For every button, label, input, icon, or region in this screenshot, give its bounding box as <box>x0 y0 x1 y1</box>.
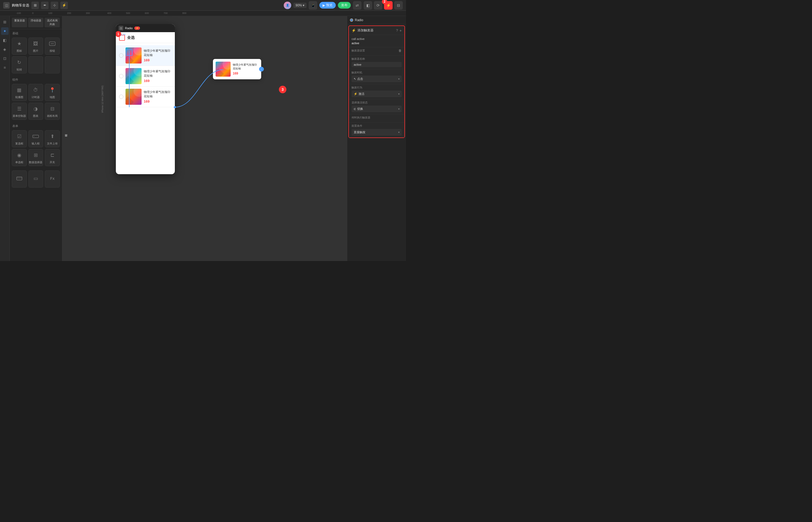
comp-checkbox[interactable]: ☑ 复选框 <box>12 130 27 147</box>
comp-input[interactable]: 输入框 <box>28 130 43 147</box>
flow-layout[interactable]: 流式布局列表 <box>44 18 60 27</box>
comp-upload[interactable]: ⬆ 文件上传 <box>45 130 60 147</box>
trigger-behavior-label: 触发行为 <box>352 86 402 89</box>
delete-trigger-icon[interactable]: 🗑 <box>399 49 402 53</box>
event-tag-call-active[interactable]: call active <box>352 37 402 41</box>
phone-frame: ◫ Radio ⚡ 1 24 x 24 全选 <box>116 24 175 174</box>
input-icon <box>32 132 40 141</box>
icon-components[interactable]: ✦ <box>1 27 8 35</box>
help-icon[interactable]: ? <box>396 29 398 33</box>
comp-menu-ctrl[interactable]: ☰ 菜单控制器 <box>12 103 27 120</box>
side-card-content: 物理少年雾气玫瑰印花短袖 169 <box>216 62 258 77</box>
topbar-right: 👤 90% ▾ 📱 ▶ 预览 发布 ⇄ ◧ ⟳ 2 ⚡ ⊟ <box>284 1 403 9</box>
comp-image[interactable]: 🖼 图片 <box>28 38 43 55</box>
trigger-header-right: ? + <box>396 28 402 33</box>
precondition-select[interactable]: 直接触发 ▾ <box>352 129 402 136</box>
radio-indicator <box>350 19 353 22</box>
trigger-behavior-select[interactable]: ⚡ 激活 ▾ <box>352 91 402 97</box>
topbar-left: ◫ 购物车全选 ⊞ ✒ ⊹ ⚡ <box>3 2 281 9</box>
trigger-name-label: 触发器名称 <box>352 57 402 61</box>
phone-label: iPhone 12 Mini (360*780) <box>101 85 104 113</box>
tool-bolt[interactable]: ⚡ <box>60 2 68 9</box>
precondition-chevron: ▾ <box>398 131 400 134</box>
when-execute-section: 何时执行触发器 <box>349 114 404 122</box>
checkbox-icon: ☑ <box>15 132 24 141</box>
repeat-container[interactable]: 重复容器 <box>12 18 27 27</box>
button-icon <box>48 39 57 48</box>
layout-icon[interactable]: ◫ <box>3 2 9 8</box>
activate-state-select[interactable]: ⊏ 切换 ▾ <box>352 105 402 112</box>
product-checkbox-3[interactable] <box>119 95 123 99</box>
side-card-name: 物理少年雾气玫瑰印花短袖 <box>233 63 258 71</box>
trigger-panel: ⚡ 添加触发器 ? + call active active 触发器设置 🗑 <box>348 25 405 138</box>
trigger-bolt-icon: ⚡ <box>352 28 356 33</box>
comp-switch[interactable]: ⊏ 开关 <box>45 149 60 166</box>
avatar: 👤 <box>284 2 291 9</box>
behavior-chevron: ▾ <box>398 93 400 95</box>
component-panel: 重复容器 浮动容器 流式布局列表 基础 ★ 图标 🖼 图片 按钮 ↻ 轮转 <box>9 16 62 261</box>
panel-center-icon[interactable]: ⟳ <box>374 1 382 9</box>
event-tag-active[interactable]: active <box>352 41 402 45</box>
radio-label: Radio <box>355 18 363 22</box>
comp-icon[interactable]: ★ 图标 <box>12 38 27 55</box>
rotate-icon: ↻ <box>15 58 24 67</box>
add-trigger-icon[interactable]: + <box>400 28 402 33</box>
precondition-select-label: 直接触发 <box>354 130 366 134</box>
icon-layers[interactable]: ⊞ <box>1 18 8 26</box>
tool-pen[interactable]: ✒ <box>41 2 49 9</box>
float-container[interactable]: 浮动容器 <box>28 18 43 27</box>
comp-empty1[interactable] <box>28 56 43 74</box>
tool-grid[interactable]: ⊞ <box>32 2 39 9</box>
product-item-3[interactable]: 物理少年雾气玫瑰印花短袖 169 <box>116 86 175 107</box>
trigger-name-value[interactable]: active <box>352 62 402 67</box>
comp-rotate[interactable]: ↻ 轮转 <box>12 56 27 74</box>
comp-button[interactable]: 按钮 <box>45 38 60 55</box>
left-icon-bar: ⊞ ✦ ◧ ◈ ⊡ ≡ <box>0 16 9 261</box>
zoom-control[interactable]: 90% ▾ <box>293 3 307 8</box>
settings-section: 触发器设置 🗑 <box>349 47 404 56</box>
icon-data[interactable]: ⊡ <box>1 55 8 62</box>
comp-chart[interactable]: ◑ 图表 <box>28 103 43 120</box>
product-checkbox-1[interactable] <box>119 53 123 58</box>
panel-left-icon[interactable]: ◧ <box>364 1 372 9</box>
comp-extra1[interactable] <box>12 170 27 187</box>
icon-layers2[interactable]: ◧ <box>1 37 8 44</box>
tool-select[interactable]: ⊹ <box>51 2 58 9</box>
icon-assets[interactable]: ◈ <box>1 45 8 53</box>
comp-data-selector[interactable]: ⊞ 数据选择器 <box>28 149 43 166</box>
product-item-2[interactable]: 物理少年雾气玫瑰印花短袖 169 <box>116 66 175 86</box>
product-checkbox-2[interactable] <box>119 74 123 78</box>
comp-timer[interactable]: ⏱ 计时器 <box>28 84 43 101</box>
phone-header: 1 24 x 24 全选 <box>116 32 175 43</box>
topbar: ◫ 购物车全选 ⊞ ✒ ⊹ ⚡ 👤 90% ▾ 📱 ▶ 预览 发布 ⇄ ◧ ⟳ … <box>0 0 406 11</box>
preview-button[interactable]: ▶ 预览 <box>320 2 336 8</box>
comp-extra2[interactable]: ▭ <box>28 170 43 187</box>
empty1-icon <box>32 60 40 68</box>
right-panel-header: Radio <box>347 16 406 24</box>
add-trigger-label: 添加触发器 <box>357 28 373 33</box>
comp-map[interactable]: 📍 地图 <box>45 84 60 101</box>
ruler-tick: 500 <box>126 12 130 15</box>
device-icon[interactable]: 📱 <box>309 1 317 9</box>
comp-empty2[interactable] <box>45 56 60 74</box>
timing-chevron: ▾ <box>398 77 400 80</box>
publish-button[interactable]: 发布 <box>338 2 351 8</box>
icon-icon: ★ <box>15 39 24 48</box>
side-card-arrow[interactable]: › <box>259 67 264 72</box>
panel-cube-icon[interactable]: ⊟ <box>394 1 403 9</box>
canvas-area[interactable]: 列表循环列表项目 iPhone 12 Mini (360*780) ◫ Radi… <box>62 16 347 261</box>
share-icon[interactable]: ⇄ <box>353 1 362 9</box>
comp-fx[interactable]: Fx <box>45 170 60 187</box>
fx-icon: Fx <box>48 174 57 183</box>
comp-carousel[interactable]: ▦ 轮播图 <box>12 84 27 101</box>
right-panel: Radio ⚡ 添加触发器 ? + call active active <box>347 16 406 261</box>
main-layout: ⊞ ✦ ◧ ◈ ⊡ ≡ 重复容器 浮动容器 流式布局列表 基础 ★ 图标 🖼 图… <box>0 16 406 261</box>
ruler-tick: -100 <box>16 12 21 15</box>
trigger-event-tags: call active active <box>349 35 404 47</box>
trigger-timing-select[interactable]: ↖ 点击 ▾ <box>352 76 402 82</box>
product-item-1[interactable]: 物理少年雾气玫瑰印花短袖 169 <box>116 45 175 66</box>
icon-menu[interactable]: ≡ <box>1 64 8 71</box>
comp-canvas[interactable]: ⊟ 画框布局 <box>45 103 60 120</box>
comp-radio[interactable]: ◉ 单选框 <box>12 149 27 166</box>
side-card-info: 物理少年雾气玫瑰印花短袖 169 <box>233 63 258 75</box>
